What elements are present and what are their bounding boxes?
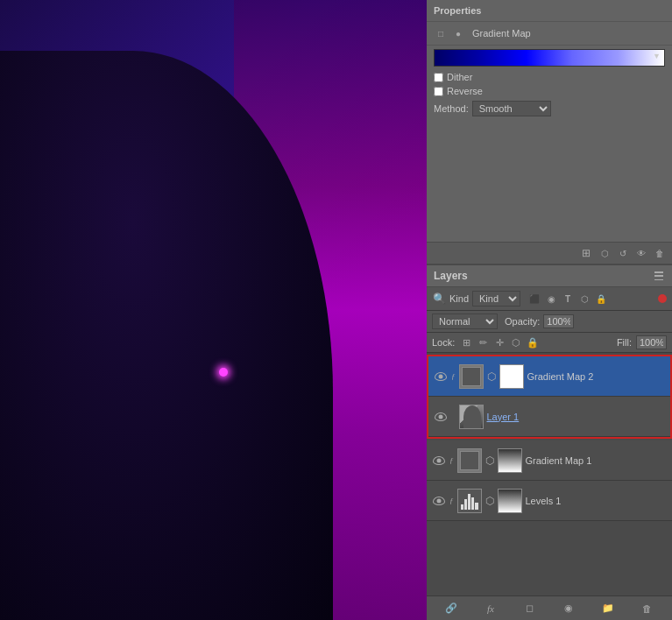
reverse-checkbox[interactable] (434, 87, 443, 96)
reverse-row: Reverse (427, 84, 672, 98)
properties-spacer (427, 119, 672, 242)
lock-icons: ⊞ ✏ ✛ ⬡ 🔒 (459, 335, 540, 349)
layer-fx-icon-4: ƒ (449, 497, 454, 505)
properties-rotate-icon[interactable]: ↺ (616, 246, 630, 260)
layer-mask-thumb-3 (498, 448, 522, 473)
kind-select[interactable]: Kind (472, 291, 520, 306)
properties-panel: Properties □ ● Gradient Map Dither Rever… (427, 0, 672, 265)
table-row[interactable]: ƒ ⬡ Gradient Map 2 (428, 356, 670, 397)
chain-icon-3: ⬡ (485, 454, 494, 467)
dither-checkbox[interactable] (434, 73, 443, 82)
lock-transparent-icon[interactable]: ⊞ (459, 335, 473, 349)
layer-name-1: Gradient Map 2 (527, 371, 666, 382)
canvas-magenta-dot (219, 368, 228, 377)
blend-mode-select[interactable]: Normal Multiply Screen Overlay (432, 314, 498, 329)
properties-trash-icon[interactable]: 🗑 (653, 246, 667, 260)
method-label: Method: (434, 103, 469, 114)
layers-header: Layers (427, 265, 672, 287)
layer-mask-thumb-4 (498, 489, 522, 513)
kind-label: Kind (449, 293, 469, 304)
lock-artboard-icon[interactable]: ⬡ (509, 335, 523, 349)
properties-top-bar: □ ● Gradient Map (427, 22, 672, 46)
table-row[interactable]: ƒ ⬡ Gradient Map 1 (427, 440, 672, 481)
toolbar-fx-icon[interactable]: fx (483, 601, 499, 616)
search-icon[interactable]: 🔍 (432, 292, 446, 306)
layers-panel: Layers 🔍 Kind Kind ⬛ ◉ T ⬡ 🔒 (427, 265, 672, 620)
method-row: Method: Smooth Perceptual Linear (427, 98, 672, 119)
gradient-map-label: Gradient Map (472, 28, 531, 39)
dither-label: Dither (447, 72, 472, 82)
eye-icon-3 (433, 456, 445, 465)
layer-thumb-4 (457, 489, 482, 513)
blending-bar: Normal Multiply Screen Overlay Opacity: (427, 311, 672, 333)
filter-pixel-icon[interactable]: ⬛ (527, 292, 541, 306)
layer-group-selected: ƒ ⬡ Gradient Map 2 ƒ (427, 355, 672, 439)
layer-thumb-3 (457, 448, 482, 473)
lock-label: Lock: (432, 337, 455, 348)
properties-eye-icon[interactable]: 👁 (634, 246, 648, 260)
layer-visibility-2[interactable] (434, 410, 448, 424)
eye-icon-4 (433, 497, 445, 505)
properties-canvas-icon[interactable]: ⊞ (579, 246, 593, 260)
layer-mask-thumb-1 (499, 364, 524, 389)
opacity-label: Opacity: (505, 316, 540, 327)
filter-shape-icon[interactable]: ⬡ (577, 292, 591, 306)
properties-panel-header: Properties (427, 0, 672, 22)
layers-list: ƒ ⬡ Gradient Map 2 ƒ (427, 353, 672, 595)
layers-filter-bar: 🔍 Kind Kind ⬛ ◉ T ⬡ 🔒 (427, 287, 672, 311)
filter-toggle[interactable] (658, 294, 667, 303)
properties-bottom-bar: ⊞ ⬡ ↺ 👁 🗑 (427, 242, 672, 264)
layer-visibility-3[interactable] (432, 454, 446, 468)
properties-title: Properties (434, 5, 481, 16)
layer-visibility-4[interactable] (432, 494, 446, 508)
gradient-bar[interactable] (434, 49, 665, 67)
filter-type-icon[interactable]: T (561, 292, 575, 306)
layer-fx-icon-1: ƒ (451, 372, 456, 381)
filter-adjust-icon[interactable]: ◉ (544, 292, 558, 306)
toolbar-trash-icon[interactable]: 🗑 (640, 601, 655, 616)
lock-bar: Lock: ⊞ ✏ ✛ ⬡ 🔒 Fill: (427, 333, 672, 353)
lock-paint-icon[interactable]: ✏ (476, 335, 490, 349)
layer-name-4: Levels 1 (526, 496, 668, 506)
filter-icons: ⬛ ◉ T ⬡ 🔒 (527, 292, 608, 306)
lock-move-icon[interactable]: ✛ (492, 335, 506, 349)
properties-link-icon[interactable]: ⬡ (598, 246, 612, 260)
table-row[interactable]: ƒ ⬡ Levels 1 (427, 481, 672, 521)
fill-input[interactable] (636, 335, 667, 349)
table-row[interactable]: ƒ Layer 1 (428, 397, 670, 437)
toolbar-group-icon[interactable]: 📁 (600, 601, 616, 616)
layer-name-2: Layer 1 (487, 412, 666, 422)
opacity-input[interactable] (543, 314, 574, 328)
layers-title: Layers (434, 270, 468, 282)
layer-thumb-2 (459, 405, 484, 429)
fill-label: Fill: (617, 337, 632, 348)
layer-thumb-1 (459, 364, 484, 389)
toolbar-link-icon[interactable]: 🔗 (443, 601, 459, 616)
properties-circle-icon[interactable]: ● (451, 26, 465, 40)
layer-visibility-1[interactable] (434, 370, 448, 384)
layers-toolbar: 🔗 fx ◻ ◉ 📁 🗑 (427, 595, 672, 620)
method-select[interactable]: Smooth Perceptual Linear (472, 101, 551, 116)
dither-row: Dither (427, 70, 672, 84)
chain-icon-4: ⬡ (485, 495, 494, 507)
layer-name-3: Gradient Map 1 (526, 455, 668, 466)
toolbar-mask-icon[interactable]: ◻ (522, 601, 538, 616)
layers-menu-icon[interactable] (653, 270, 665, 282)
lock-all-icon[interactable]: 🔒 (526, 335, 540, 349)
layer-spacer-2: ƒ (451, 412, 456, 421)
eye-icon-1 (435, 372, 447, 381)
right-panel: Properties □ ● Gradient Map Dither Rever… (427, 0, 672, 620)
canvas-area (0, 0, 427, 620)
toolbar-adjustment-icon[interactable]: ◉ (561, 601, 577, 616)
chain-icon-1: ⬡ (487, 370, 496, 383)
layer-fx-icon-3: ƒ (449, 456, 454, 465)
eye-icon-2 (435, 412, 447, 421)
properties-square-icon[interactable]: □ (434, 26, 448, 40)
filter-smart-icon[interactable]: 🔒 (594, 292, 608, 306)
reverse-label: Reverse (447, 86, 483, 96)
